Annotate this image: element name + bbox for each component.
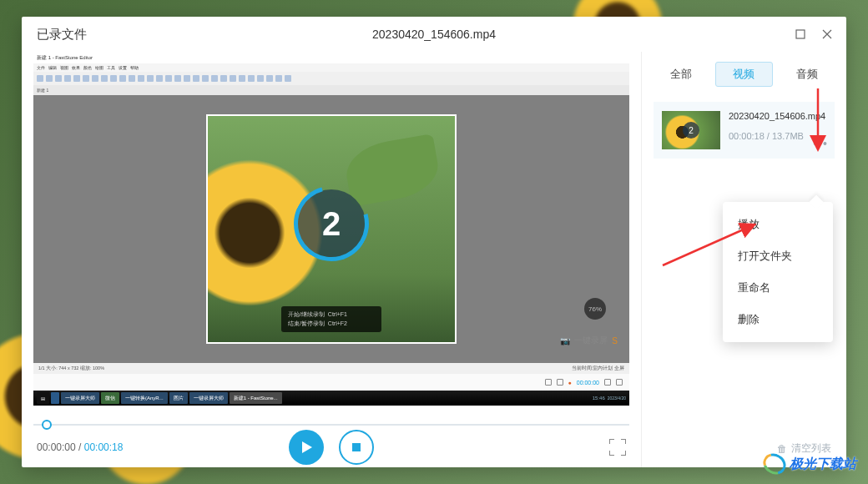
camera-icon: 📷 <box>560 336 570 345</box>
titlebar: 已录文件 20230420_154606.mp4 <box>22 17 846 52</box>
play-button[interactable] <box>289 430 324 465</box>
stop-button[interactable] <box>339 430 374 465</box>
menu-play[interactable]: 播放 <box>723 209 833 240</box>
recorder-watermark: 📷 一键录屏 S <box>560 335 618 346</box>
faststone-canvas: 开始/继续录制 Ctrl+F1 结束/暂停录制 Ctrl+F2 2 76% 📷 … <box>33 95 629 363</box>
file-name: 20230420_154606.mp4 <box>729 111 826 121</box>
filter-tabs: 全部 视频 音频 <box>654 62 835 87</box>
site-watermark: 极光下载站 <box>763 454 856 474</box>
menu-open-folder[interactable]: 打开文件夹 <box>723 240 833 272</box>
windows-taskbar: ⊞ 一键录屏大师 微信 一键转换(AnyR... 图片 一键录屏大师 新建1 -… <box>33 391 629 406</box>
faststone-tabs: 新建 1 <box>33 85 629 95</box>
menu-rename[interactable]: 重命名 <box>723 272 833 304</box>
svg-rect-1 <box>352 443 361 451</box>
time-display: 00:00:00 / 00:00:18 <box>37 441 123 453</box>
menu-delete[interactable]: 删除 <box>723 304 833 335</box>
video-preview[interactable]: 新建 1 - FastStone Editor 文件编辑视图效果颜色绘图工具设置… <box>33 52 629 406</box>
tab-all[interactable]: 全部 <box>654 62 709 87</box>
trash-icon: 🗑 <box>777 443 787 455</box>
play-icon <box>299 440 314 455</box>
file-list-pane: 全部 视频 音频 2 20230420_154606.mp4 00:00:18 … <box>641 52 846 467</box>
tab-audio[interactable]: 音频 <box>780 62 835 87</box>
more-button[interactable]: ••• <box>813 137 828 150</box>
countdown-badge: 2 <box>297 189 366 258</box>
file-item[interactable]: 2 20230420_154606.mp4 00:00:18 / 13.7MB … <box>654 102 835 159</box>
file-meta: 00:00:18 / 13.7MB <box>729 131 826 141</box>
fullscreen-button[interactable] <box>609 439 626 456</box>
recorder-control-bar: ●00:00:00 <box>33 374 629 391</box>
faststone-statusbar: 1/1 大小: 744 x 732 缩放: 100%当前时间:室内计划 全屏 <box>33 363 629 374</box>
player-pane: 新建 1 - FastStone Editor 文件编辑视图效果颜色绘图工具设置… <box>22 52 641 467</box>
current-filename: 20230420_154606.mp4 <box>372 28 496 41</box>
app-window: 已录文件 20230420_154606.mp4 新建 1 - FastSton… <box>22 17 846 467</box>
maximize-button[interactable] <box>795 28 806 40</box>
faststone-toolbar <box>33 72 629 85</box>
faststone-titlebar: 新建 1 - FastStone Editor <box>33 52 629 63</box>
hotkey-hint: 开始/继续录制 Ctrl+F1 结束/暂停录制 Ctrl+F2 <box>281 306 381 332</box>
close-button[interactable] <box>821 28 833 40</box>
zoom-percent-badge: 76% <box>584 298 606 320</box>
file-thumbnail: 2 <box>662 111 720 149</box>
faststone-menubar: 文件编辑视图效果颜色绘图工具设置帮助 <box>33 63 629 72</box>
context-menu: 播放 打开文件夹 重命名 删除 <box>723 202 833 342</box>
window-title: 已录文件 <box>37 27 87 43</box>
swirl-icon <box>760 450 790 479</box>
tab-video[interactable]: 视频 <box>715 62 772 87</box>
progress-thumb[interactable] <box>42 420 52 430</box>
svg-rect-0 <box>796 30 805 38</box>
stop-icon <box>351 441 362 453</box>
